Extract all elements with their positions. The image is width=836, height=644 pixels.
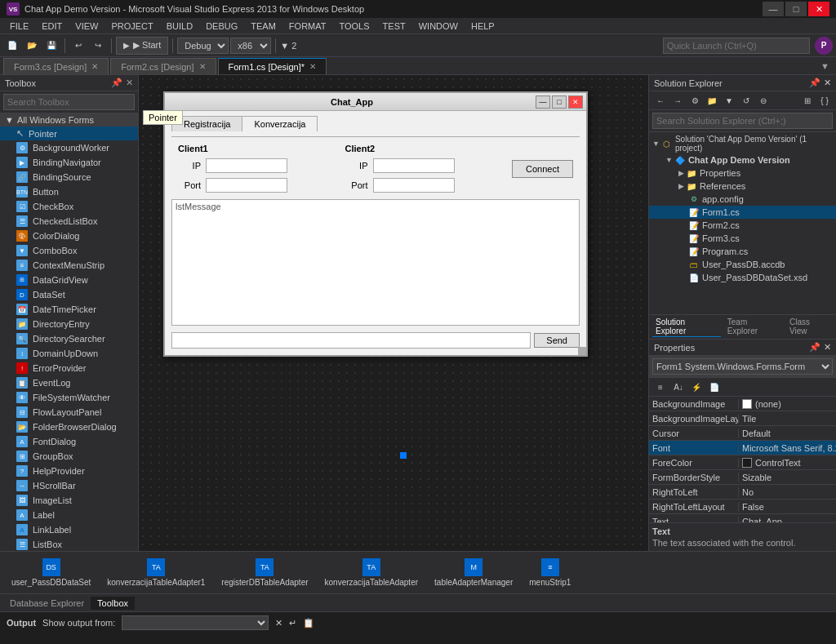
- se-btn-refresh[interactable]: ↺: [738, 93, 754, 108]
- toolbox-item-datetimepicker[interactable]: 📅 DateTimePicker: [0, 302, 138, 317]
- toolbox-item-fontdlg[interactable]: A FontDialog: [0, 434, 138, 449]
- tray-item-manager[interactable]: M tableAdapterManager: [429, 557, 518, 588]
- toolbar-undo[interactable]: ↩: [69, 37, 87, 55]
- tab-close-form3[interactable]: ✕: [91, 62, 98, 71]
- maximize-button[interactable]: □: [785, 2, 807, 16]
- toolbox-item-pointer[interactable]: ↖ Pointer Pointer: [0, 127, 138, 140]
- prop-object-select[interactable]: Form1 System.Windows.Forms.Form: [652, 358, 833, 375]
- platform-select[interactable]: x86: [230, 38, 271, 54]
- toolbar-redo[interactable]: ↪: [89, 37, 107, 55]
- se-references-node[interactable]: ▶ 📁 References: [649, 180, 836, 193]
- prop-close-icon[interactable]: ✕: [824, 342, 831, 353]
- prop-btn-proppage[interactable]: 📄: [706, 380, 723, 394]
- toolbar-start[interactable]: ▶ ▶ Start: [116, 37, 168, 55]
- toolbox-item-colordlg[interactable]: 🎨 ColorDialog: [0, 229, 138, 243]
- prop-btn-alpha[interactable]: A↓: [670, 380, 687, 394]
- tray-item-menustrip[interactable]: ≡ menuStrip1: [524, 557, 576, 588]
- selection-handle[interactable]: [400, 452, 407, 459]
- prop-row-bgimage[interactable]: BackgroundImage (none): [649, 397, 836, 411]
- form-resize-handle[interactable]: [578, 347, 586, 355]
- se-btn-back[interactable]: ←: [652, 93, 669, 108]
- toolbox-item-bindnav[interactable]: ▶ BindingNavigator: [0, 155, 138, 170]
- se-form3-node[interactable]: 📝 Form3.cs: [649, 232, 836, 245]
- tab-dropdown-button[interactable]: ▼: [817, 61, 833, 71]
- output-clear-btn[interactable]: ✕: [275, 618, 282, 628]
- form-min-btn[interactable]: —: [536, 95, 550, 109]
- form-close-btn[interactable]: ✕: [568, 95, 583, 109]
- se-btn-showfiles[interactable]: 📁: [704, 93, 720, 108]
- menu-team[interactable]: TEAM: [244, 20, 282, 33]
- prop-row-cursor[interactable]: Cursor Default: [649, 426, 836, 441]
- se-tab-team[interactable]: Team Explorer: [724, 317, 783, 337]
- prop-row-font[interactable]: Font Microsoft Sans Serif, 8.2...: [649, 441, 836, 455]
- toolbox-item-bgworker[interactable]: ⚙ BackgroundWorker: [0, 140, 138, 155]
- menu-view[interactable]: VIEW: [69, 20, 104, 33]
- client2-ip-input[interactable]: [373, 158, 455, 173]
- toolbox-item-checkbox[interactable]: ☑ CheckBox: [0, 199, 138, 214]
- tray-item-registeradapter[interactable]: TA registerDBTableAdapter: [216, 557, 313, 588]
- toolbox-item-datagrid[interactable]: ⊞ DataGridView: [0, 273, 138, 287]
- se-close-icon[interactable]: ✕: [824, 78, 831, 88]
- tab-form1[interactable]: Form1.cs [Design]* ✕: [218, 58, 327, 74]
- se-appconfig-node[interactable]: ⚙ app.config: [649, 193, 836, 206]
- send-button[interactable]: Send: [534, 333, 580, 348]
- toolbox-search-input[interactable]: [3, 94, 135, 110]
- toolbox-item-dataset[interactable]: D DataSet: [0, 287, 138, 302]
- prop-pin-icon[interactable]: 📌: [809, 342, 820, 353]
- toolbox-item-hscroll[interactable]: ↔ HScrollBar: [0, 478, 138, 493]
- prop-row-bgimagelayout[interactable]: BackgroundImageLayc Tile: [649, 411, 836, 426]
- se-tab-solution[interactable]: Solution Explorer: [652, 317, 721, 337]
- prop-btn-events[interactable]: ⚡: [688, 380, 705, 394]
- toolbar-open[interactable]: 📂: [23, 37, 41, 55]
- menu-tools[interactable]: TOOLS: [332, 20, 376, 33]
- toolbox-item-label[interactable]: A Label: [0, 508, 138, 522]
- toolbox-item-combo[interactable]: ▼ ComboBox: [0, 243, 138, 258]
- se-btn-forward[interactable]: →: [669, 93, 686, 108]
- tab-form3[interactable]: Form3.cs [Design] ✕: [3, 58, 109, 74]
- se-xsd-node[interactable]: 📄 User_PassDBDataSet.xsd: [649, 271, 836, 284]
- se-accdb-node[interactable]: 🗃 User_PassDB.accdb: [649, 258, 836, 271]
- toolbox-item-flow[interactable]: ⊟ FlowLayoutPanel: [0, 405, 138, 420]
- toolbox-item-helpprovider[interactable]: ? HelpProvider: [0, 464, 138, 478]
- form-designer-window[interactable]: Chat_App — □ ✕ Registracija Konverzacija: [163, 91, 588, 357]
- client1-ip-input[interactable]: [206, 158, 287, 173]
- toolbox-item-domainup[interactable]: ↕ DomainUpDown: [0, 346, 138, 361]
- output-source-select[interactable]: [122, 615, 269, 630]
- menu-test[interactable]: TEST: [376, 20, 412, 33]
- client2-port-input[interactable]: [373, 178, 455, 193]
- tab-close-form1[interactable]: ✕: [309, 62, 316, 71]
- toolbox-item-contextmenu[interactable]: ≡ ContextMenuStrip: [0, 258, 138, 273]
- toolbox-close-icon[interactable]: ✕: [126, 78, 133, 88]
- quick-launch-input[interactable]: [663, 38, 810, 54]
- menu-format[interactable]: FORMAT: [282, 20, 333, 33]
- form-max-btn[interactable]: □: [552, 95, 567, 109]
- se-tab-class[interactable]: Class View: [786, 317, 833, 337]
- toolbox-item-bindsrc[interactable]: 🔗 BindingSource: [0, 170, 138, 184]
- toolbox-item-imagelist[interactable]: 🖼 ImageList: [0, 493, 138, 508]
- tray-item-userpassdb[interactable]: DS user_PassDBDataSet: [7, 557, 96, 588]
- close-button[interactable]: ✕: [808, 2, 829, 16]
- toolbox-item-checkedlist[interactable]: ☰ CheckedListBox: [0, 214, 138, 229]
- connect-button[interactable]: Connect: [512, 160, 573, 178]
- output-wrap-btn[interactable]: ↵: [289, 618, 296, 628]
- form-tab-konverzacija[interactable]: Konverzacija: [242, 116, 318, 131]
- send-input[interactable]: [171, 332, 531, 349]
- tab-form2[interactable]: Form2.cs [Design] ✕: [110, 58, 216, 74]
- output-copy-btn[interactable]: 📋: [303, 618, 314, 628]
- prop-row-text[interactable]: Text Chat_App: [649, 514, 836, 522]
- prop-row-forecolor[interactable]: ForeColor ControlText: [649, 455, 836, 470]
- se-pin-icon[interactable]: 📌: [809, 78, 820, 88]
- toolbar-save[interactable]: 💾: [42, 37, 60, 55]
- client1-port-input[interactable]: [206, 178, 287, 193]
- tab-close-form2[interactable]: ✕: [199, 62, 206, 71]
- menu-window[interactable]: WINDOW: [412, 20, 465, 33]
- se-search-input[interactable]: [652, 113, 833, 129]
- toolbox-item-linklabel[interactable]: A LinkLabel: [0, 522, 138, 537]
- bottom-tab-dbexplorer[interactable]: Database Explorer: [3, 597, 91, 610]
- se-solution-node[interactable]: ▼ ⬡ Solution 'Chat App Demo Version' (1 …: [649, 134, 836, 153]
- menu-build[interactable]: BUILD: [160, 20, 199, 33]
- debug-config-select[interactable]: Debug: [177, 38, 229, 54]
- se-form1-node[interactable]: 📝 Form1.cs: [649, 206, 836, 219]
- minimize-button[interactable]: —: [763, 2, 784, 16]
- menu-help[interactable]: HELP: [465, 20, 501, 33]
